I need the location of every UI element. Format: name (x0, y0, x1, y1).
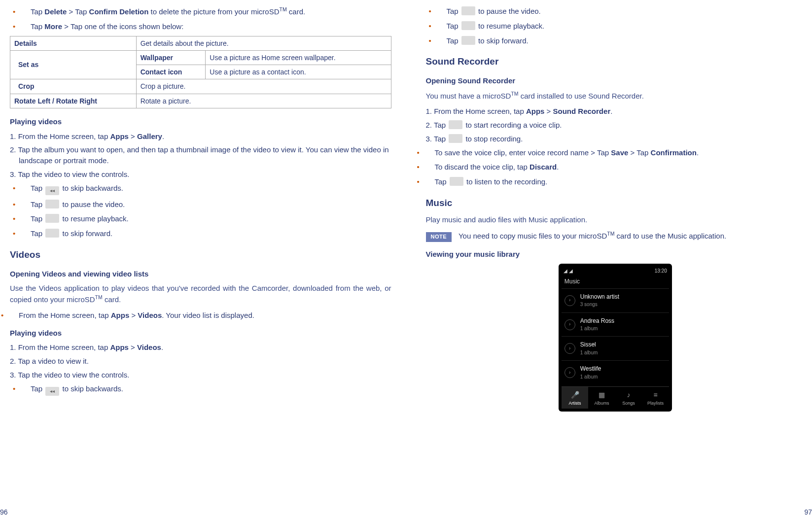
details-label: Details (10, 36, 137, 50)
expand-icon: › (565, 367, 575, 378)
table-row: Details Get details about the picture. (10, 36, 391, 50)
artist-meta: 3 songs (580, 301, 619, 309)
wallpaper-desc: Use a picture as Home screen wallpaper. (206, 50, 391, 65)
sound-recorder-heading: Sound Recorder (426, 55, 805, 69)
sr-discard-bullet: •To discard the voice clip, tap Discard. (426, 162, 805, 172)
open-videos-step: •From the Home screen, tap Apps > Videos… (10, 310, 391, 321)
note-line: NOTE You need to copy music files to you… (426, 230, 805, 242)
bullet-delete: •Tap Delete > Tap Confirm Deletion to de… (22, 6, 391, 17)
details-desc: Get details about the picture. (136, 36, 391, 50)
artist-meta: 1 album (580, 374, 601, 381)
list-item[interactable]: ›Sissel1 album (562, 336, 669, 360)
page-number-left: 96 (0, 507, 8, 517)
crop-desc: Crop a picture. (136, 79, 391, 94)
table-row: Crop Crop a picture. (10, 79, 391, 94)
bullet-more: •Tap More > Tap one of the icons shown b… (22, 21, 391, 32)
artist-meta: 1 album (580, 325, 614, 333)
playing-videos-heading: Playing videos (10, 116, 391, 127)
control-skip-back-2: •Tap ◂◂ to skip backwards. (22, 383, 391, 396)
opening-sr-desc: You must have a microSDTM card installed… (426, 90, 805, 102)
expand-icon: › (565, 295, 575, 306)
control-resume: •Tap to resume playback. (22, 213, 391, 224)
contacticon-desc: Use a picture as a contact icon. (206, 65, 391, 79)
artist-name: Westlife (580, 365, 601, 373)
table-row: Set as Wallpaper Use a picture as Home s… (10, 50, 391, 65)
note-badge: NOTE (426, 232, 452, 242)
artist-name: Unknown artist (580, 293, 619, 301)
setas-label: Set as (10, 50, 137, 79)
wallpaper-label: Wallpaper (136, 50, 206, 65)
app-title: Music (562, 276, 669, 288)
step-2b: 2. Tap a video to view it. (10, 356, 391, 367)
artist-name: Sissel (580, 341, 598, 349)
sr-step-2: 2. Tap to start recording a voice clip. (426, 120, 805, 131)
control-resume-r: •Tap to resume playback. (438, 21, 805, 32)
signal-icon: ◢ ◢ (564, 268, 573, 275)
tab-artists[interactable]: 🎤Artists (562, 387, 589, 408)
rewind-icon: ◂◂ (45, 186, 59, 195)
page-number-right: 97 (804, 507, 812, 517)
pause-icon (45, 200, 59, 208)
sr-step-1: 1. From the Home screen, tap Apps > Soun… (426, 106, 805, 117)
rewind-icon: ◂◂ (45, 387, 59, 396)
artist-name: Andrea Ross (580, 317, 614, 325)
list-item[interactable]: ›Unknown artist3 songs (562, 288, 669, 312)
control-skip-back: •Tap ◂◂ to skip backwards. (22, 183, 391, 195)
albums-icon: ▦ (588, 390, 615, 400)
play-icon (450, 177, 463, 186)
page-right: •Tap to pause the video. •Tap to resume … (406, 0, 812, 517)
step-2: 2. Tap the album you want to open, and t… (10, 144, 391, 166)
play-icon (461, 21, 475, 30)
contacticon-label: Contact icon (136, 65, 206, 79)
page-left: •Tap Delete > Tap Confirm Deletion to de… (0, 0, 406, 517)
music-heading: Music (426, 196, 805, 210)
music-desc: Play music and audio files with Music ap… (426, 214, 805, 225)
forward-icon (461, 36, 475, 45)
playing-videos-heading-2: Playing videos (10, 328, 391, 339)
tab-albums[interactable]: ▦Albums (588, 387, 615, 408)
artist-meta: 1 album (580, 349, 598, 357)
rotate-label: Rotate Left / Rotate Right (10, 94, 137, 108)
step-1: 1. From the Home screen, tap Apps > Gall… (10, 131, 391, 142)
table-row: Rotate Left / Rotate Right Rotate a pict… (10, 94, 391, 108)
status-bar: ◢ ◢ 13:20 (562, 267, 669, 276)
record-icon (449, 120, 462, 129)
opening-videos-heading: Opening Videos and viewing video lists (10, 269, 391, 279)
crop-label: Crop (10, 79, 137, 94)
control-skip-fwd: •Tap to skip forward. (22, 228, 391, 239)
list-item[interactable]: ›Andrea Ross1 album (562, 312, 669, 337)
videos-heading: Videos (10, 248, 391, 262)
list-item[interactable]: ›Westlife1 album (562, 360, 669, 384)
phone-tabs: 🎤Artists ▦Albums ♪Songs ≡Playlists (562, 386, 669, 408)
opening-sr-heading: Opening Sound Recorder (426, 75, 805, 86)
control-pause-r: •Tap to pause the video. (438, 6, 805, 17)
expand-icon: › (565, 343, 575, 354)
tab-playlists[interactable]: ≡Playlists (642, 387, 669, 408)
tab-songs[interactable]: ♪Songs (615, 387, 642, 408)
bullet-icon: • (22, 21, 31, 32)
control-skip-fwd-r: •Tap to skip forward. (438, 35, 805, 46)
forward-icon (45, 229, 59, 238)
step-3: 3. Tap the video to view the controls. (10, 169, 391, 180)
viewing-library-heading: Viewing your music library (426, 249, 805, 260)
control-pause: •Tap to pause the video. (22, 199, 391, 210)
sr-save-bullet: •To save the voice clip, enter voice rec… (426, 147, 805, 158)
rotate-desc: Rotate a picture. (136, 94, 391, 108)
stop-icon (449, 134, 462, 143)
bullet-icon: • (22, 6, 31, 17)
note-text: You need to copy music files to your mic… (459, 232, 726, 240)
sr-listen-bullet: •Tap to listen to the recording. (426, 176, 805, 187)
sr-step-3: 3. Tap to stop recording. (426, 134, 805, 144)
songs-icon: ♪ (615, 390, 642, 400)
opening-videos-desc: Use the Videos application to play video… (10, 283, 391, 305)
step-3b: 3. Tap the video to view the controls. (10, 370, 391, 380)
microphone-icon: 🎤 (562, 390, 589, 400)
pause-icon (461, 6, 475, 15)
playlists-icon: ≡ (642, 390, 669, 400)
phone-screenshot: ◢ ◢ 13:20 Music ›Unknown artist3 songs›A… (559, 264, 672, 412)
expand-icon: › (565, 319, 575, 330)
options-table: Details Get details about the picture. S… (10, 36, 391, 108)
clock: 13:20 (655, 268, 667, 275)
step-1b: 1. From the Home screen, tap Apps > Vide… (10, 342, 391, 353)
play-icon (45, 214, 59, 223)
